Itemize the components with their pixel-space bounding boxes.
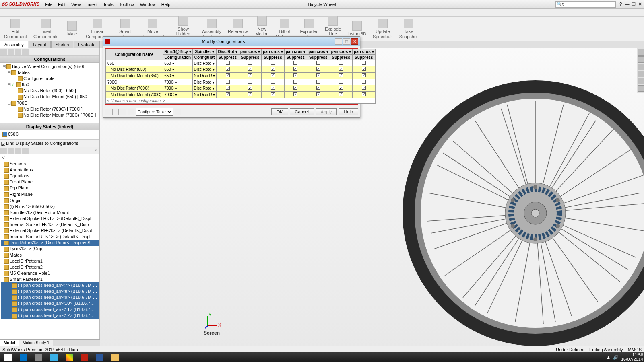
panel-tool-icon[interactable] (15, 148, 21, 154)
menu-file[interactable]: File (43, 1, 55, 8)
col-header[interactable]: pan cros ▾ (307, 49, 330, 55)
dialog-titlebar[interactable]: Modify Configurations — □ ✕ (103, 37, 360, 46)
col-header[interactable]: Disc Rot ▾ (217, 49, 239, 55)
cell[interactable]: No Disc R ▾ (192, 73, 217, 79)
feature-node[interactable]: (-) pan cross head_am<10> (B18.6.7M - M5… (1, 300, 99, 306)
col-header[interactable]: pan cros ▾ (262, 49, 284, 55)
app-icon[interactable] (31, 353, 46, 362)
suppress-checkbox[interactable] (307, 85, 330, 92)
menu-edit[interactable]: Edit (56, 1, 68, 8)
tray-icon[interactable]: ▲ (606, 355, 611, 360)
cell[interactable]: Disc Roto ▾ (192, 85, 217, 92)
tool-icon[interactable] (175, 109, 181, 115)
panel-tool-icon[interactable] (15, 49, 21, 55)
collapse-icon[interactable]: » (95, 147, 98, 154)
config-name-cell[interactable]: 700C (106, 79, 163, 85)
suppress-checkbox[interactable] (307, 60, 330, 66)
feature-node[interactable]: Mates (1, 252, 99, 258)
col-subheader[interactable]: Suppress (353, 55, 375, 60)
cell[interactable]: 650 ▾ (163, 73, 192, 79)
tab-sketch[interactable]: Sketch (51, 41, 74, 48)
feature-node[interactable]: (-) pan cross head_am<12> (B18.6.7M - M5… (1, 313, 99, 319)
panel-tool-icon[interactable] (8, 49, 14, 55)
suppress-checkbox[interactable] (353, 73, 375, 79)
suppress-checkbox[interactable] (217, 73, 239, 79)
panel-tool-icon[interactable] (0, 148, 7, 154)
config-name-cell[interactable]: No Disc Rotor (650) (106, 66, 163, 73)
suppress-checkbox[interactable] (330, 73, 352, 79)
chrome-icon[interactable] (62, 353, 76, 362)
panel-tool-icon[interactable] (0, 49, 7, 55)
suppress-checkbox[interactable] (330, 66, 352, 73)
suppress-checkbox[interactable] (307, 92, 330, 98)
menu-toolbox[interactable]: Toolbox (117, 1, 137, 8)
ok-button[interactable]: OK (271, 108, 288, 115)
display-state-item[interactable]: 650C (8, 132, 19, 136)
ribbon-insert[interactable]: InsertComponents (31, 18, 61, 39)
tab-assembly[interactable]: Assembly (0, 41, 28, 48)
ribbon-mate[interactable]: Mate (62, 20, 82, 37)
config-node[interactable]: No Disc Rotor (650) [ 650 ] (1, 88, 99, 94)
config-name-cell[interactable]: No Disc Rotor Mount (650) (106, 73, 163, 79)
panel-tool-icon[interactable] (8, 148, 14, 154)
help-icon[interactable]: ? (618, 2, 623, 7)
configuration-tree[interactable]: ⊟Bicycle Wheel Configuration(s) (650)⊟Ta… (0, 63, 99, 123)
cell[interactable]: 700C ▾ (163, 92, 192, 98)
feature-node[interactable]: Spindle<1> (Disc Rotor Mount (1, 210, 99, 216)
ribbon-instant3d[interactable]: Instant3D (345, 20, 369, 37)
config-node[interactable]: ⊟Tables (1, 70, 99, 76)
col-header[interactable]: pan cros ▾ (330, 49, 352, 55)
tool-icon[interactable] (105, 109, 111, 115)
feature-node[interactable]: Smart Fastener1 (1, 276, 99, 282)
feature-node[interactable]: Internal Spoke RH<1> -> (Default<_Displ (1, 234, 99, 240)
search-box[interactable]: 🔍 (555, 1, 616, 8)
feature-node[interactable]: Internal Spoke LH<1> -> (Default<_Displ (1, 222, 99, 228)
cell[interactable]: Disc Roto ▾ (192, 66, 217, 73)
feature-node[interactable]: Disc Rotor<1> -> (Disc Rotor<_Display St (1, 240, 99, 246)
config-node[interactable]: No Disc Rotor Mount (650) [ 650 ] (1, 94, 99, 100)
cell[interactable]: Disc Roto ▾ (192, 60, 217, 66)
feature-node[interactable]: (-) pan cross head_am<9> (B18.6.7M - M5 … (1, 294, 99, 300)
checkbox-icon[interactable]: ✓ (1, 142, 5, 146)
feature-node[interactable]: (f) Rim<1> (650<650>) (1, 204, 99, 210)
col-subheader[interactable]: Configurat (192, 55, 217, 60)
feature-tree[interactable]: SensorsAnnotationsEquationsFront PlaneTo… (0, 160, 99, 354)
suppress-checkbox[interactable] (239, 79, 261, 85)
cancel-button[interactable]: Cancel (290, 108, 314, 115)
col-subheader[interactable]: Configuration (163, 55, 192, 60)
tool-icon[interactable] (120, 109, 126, 115)
col-subheader[interactable]: Suppress (239, 55, 261, 60)
col-header[interactable]: Configuration Name (106, 49, 163, 60)
menu-tools[interactable]: Tools (101, 1, 116, 8)
suppress-checkbox[interactable] (330, 79, 352, 85)
suppress-checkbox[interactable] (262, 73, 284, 79)
feature-node[interactable]: External Spoke RH<1> -> (Default<_Displ (1, 228, 99, 234)
menu-window[interactable]: Window (138, 1, 158, 8)
rtool-icon[interactable] (638, 56, 644, 63)
suppress-checkbox[interactable] (239, 85, 261, 92)
dialog-minimize-button[interactable]: — (335, 38, 342, 45)
suppress-checkbox[interactable] (284, 92, 307, 98)
link-display-states-row[interactable]: ✓Link Display States to Configurations (0, 139, 99, 147)
suppress-checkbox[interactable] (239, 92, 261, 98)
suppress-checkbox[interactable] (307, 79, 330, 85)
suppress-checkbox[interactable] (217, 79, 239, 85)
suppress-checkbox[interactable] (217, 60, 239, 66)
tool-icon[interactable] (128, 109, 134, 115)
feature-node[interactable]: Tyre<1> -> (Grip) (1, 246, 99, 252)
help-button[interactable]: Help (339, 108, 358, 115)
ie-icon[interactable] (47, 353, 61, 362)
feature-node[interactable]: M5 Clearance Hole1 (1, 270, 99, 276)
menu-view[interactable]: View (69, 1, 83, 8)
panel-tool-icon[interactable] (22, 148, 29, 154)
panel-tool-icon[interactable] (22, 49, 29, 55)
suppress-checkbox[interactable] (284, 66, 307, 73)
suppress-checkbox[interactable] (239, 60, 261, 66)
feature-node[interactable]: Sensors (1, 161, 99, 167)
config-name-cell[interactable]: No Disc Rotor (700C) (106, 85, 163, 92)
suppress-checkbox[interactable] (353, 66, 375, 73)
col-header[interactable]: pan cros ▾ (239, 49, 261, 55)
feature-node[interactable]: Equations (1, 173, 99, 179)
suppress-checkbox[interactable] (262, 60, 284, 66)
suppress-checkbox[interactable] (330, 85, 352, 92)
